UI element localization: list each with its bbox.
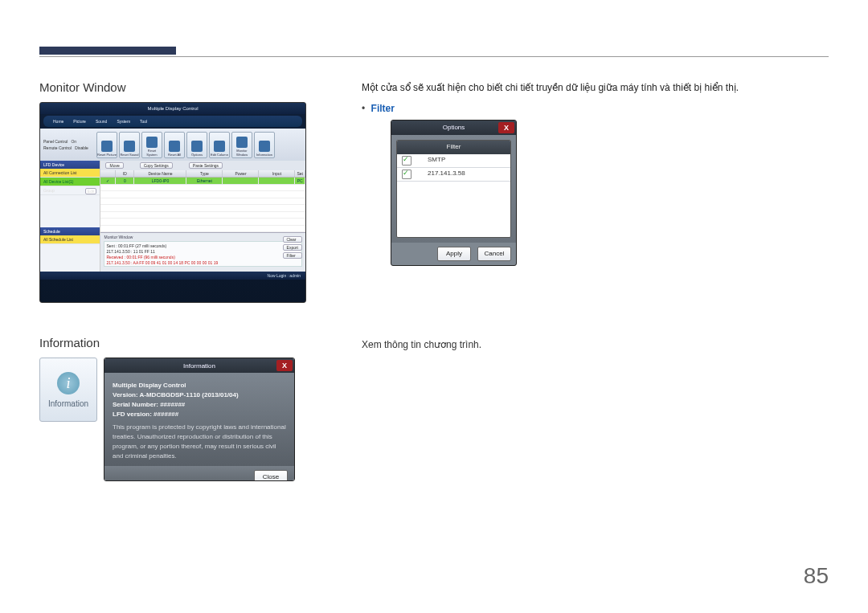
options-popup: Options X Filter SMTP 217.141.3.58: [391, 120, 517, 266]
reset-sound-button[interactable]: Reset Sound: [119, 132, 140, 158]
menu-system[interactable]: System: [117, 119, 130, 124]
options-button[interactable]: Options: [186, 132, 207, 158]
reset-picture-button[interactable]: Reset Picture: [96, 132, 117, 158]
monitor-log: Sent : 00:01:FF (27 milli seconds) 217.1…: [104, 241, 302, 267]
check-icon[interactable]: [402, 156, 411, 166]
monitor-panel-title: Monitor Window: [104, 235, 302, 239]
close-button[interactable]: X: [498, 122, 514, 133]
info-serial: Serial Number: #######: [113, 400, 286, 410]
information-dialog: Information X Multiple Display Control V…: [104, 358, 295, 481]
reset-picture-icon: [101, 141, 113, 152]
sidebar-lfd-header: LFD Device: [40, 161, 100, 169]
sidebar-all-schedule[interactable]: All Schedule List: [40, 235, 100, 244]
menu-home[interactable]: Home: [53, 119, 63, 124]
edit-column-button[interactable]: Edit Column: [209, 132, 230, 158]
monitor-window-section: Monitor Window Multiple Display Control …: [39, 80, 305, 303]
reset-all-icon: [169, 141, 180, 152]
info-product-name: Multiple Display Control: [113, 381, 286, 390]
filter-row-ip[interactable]: 217.141.3.58: [397, 168, 510, 182]
reset-sound-icon: [124, 141, 135, 152]
menu-picture[interactable]: Picture: [73, 119, 86, 124]
information-tile[interactable]: i Information: [39, 358, 97, 422]
cancel-button[interactable]: Cancel: [477, 247, 511, 261]
info-copyright: This program is protected by copyright l…: [113, 423, 286, 461]
main-pane: Move Copy Settings Paste Settings ID Dev…: [100, 161, 305, 272]
edit-column-icon: [214, 141, 225, 152]
reset-all-button[interactable]: Reset All: [164, 132, 185, 158]
sidebar-schedule-header: Schedule: [40, 227, 100, 235]
options-icon: [191, 141, 203, 152]
information-icon: [259, 141, 270, 152]
toolbar-status-panel: Panel Control On Remote Control Disable: [43, 138, 93, 151]
information-button[interactable]: Information: [254, 132, 275, 158]
filter-bullet: • Filter: [362, 103, 772, 116]
app-menubar: Home Picture Sound System Tool: [43, 116, 302, 127]
filter-label: Filter: [371, 103, 395, 114]
information-heading: Information: [39, 336, 305, 349]
close-button-dialog[interactable]: Close: [254, 470, 288, 481]
grid-row-selected[interactable]: ✓ 0 LFD0-IP0 Ethernet PC: [100, 178, 305, 185]
menu-tool[interactable]: Tool: [140, 119, 147, 124]
sidebar-all-device[interactable]: All Device List(1): [40, 178, 100, 186]
header-accent-bar: [39, 47, 176, 55]
sidebar-group[interactable]: Group Edit: [40, 186, 100, 195]
monitor-window-icon: [236, 137, 248, 148]
filter-list-header: Filter: [397, 141, 510, 153]
monitor-window-description-col: Một cửa sổ sẽ xuất hiện cho biết chi tiế…: [362, 82, 772, 266]
information-dialog-titlebar: Information X: [104, 358, 294, 373]
monitor-window-button[interactable]: Monitor Window: [231, 132, 252, 158]
menu-sound[interactable]: Sound: [96, 119, 107, 124]
page-number: 85: [804, 563, 829, 589]
app-toolbar: Panel Control On Remote Control Disable …: [40, 129, 305, 161]
close-button[interactable]: X: [276, 360, 293, 371]
info-version: Version: A-MDCBGDSP-1110 (2013/01/04): [113, 390, 286, 400]
information-description: Xem thông tin chương trình.: [362, 339, 772, 350]
filter-button[interactable]: Filter: [283, 252, 302, 259]
header-divider: [39, 56, 829, 57]
move-button[interactable]: Move: [105, 162, 123, 169]
info-lfd-version: LFD version: #######: [113, 410, 286, 419]
clear-button[interactable]: Clear: [283, 236, 302, 243]
info-tile-label: Information: [48, 399, 88, 408]
sidebar-all-connection[interactable]: All Connection List: [40, 169, 100, 178]
copy-settings-button[interactable]: Copy Settings: [140, 162, 173, 169]
paste-settings-button[interactable]: Paste Settings: [189, 162, 223, 169]
monitor-window-description: Một cửa sổ sẽ xuất hiện cho biết chi tiế…: [362, 82, 772, 95]
monitor-window-heading: Monitor Window: [39, 80, 305, 94]
info-icon: i: [57, 372, 80, 394]
app-screenshot: Multiple Display Control Home Picture So…: [39, 102, 306, 303]
app-status-bar: Now Login : admin: [40, 272, 305, 280]
reset-system-button[interactable]: Reset System: [141, 132, 162, 158]
monitor-log-panel: Monitor Window Sent : 00:01:FF (27 milli…: [100, 232, 305, 272]
information-section: Information i Information Information X …: [39, 336, 305, 481]
apply-button[interactable]: Apply: [437, 247, 471, 261]
filter-row-smtp[interactable]: SMTP: [397, 154, 510, 168]
export-button[interactable]: Export: [283, 244, 302, 251]
options-popup-titlebar: Options X: [391, 121, 516, 135]
check-icon[interactable]: [402, 170, 411, 179]
grid-header: ID Device Name Type Power Input Set: [100, 170, 305, 178]
filter-list: Filter SMTP 217.141.3.58: [396, 140, 511, 238]
reset-system-icon: [146, 137, 158, 148]
app-titlebar: Multiple Display Control: [40, 103, 305, 114]
sidebar: LFD Device All Connection List All Devic…: [40, 161, 100, 272]
sidebar-edit-button[interactable]: Edit: [85, 188, 97, 194]
